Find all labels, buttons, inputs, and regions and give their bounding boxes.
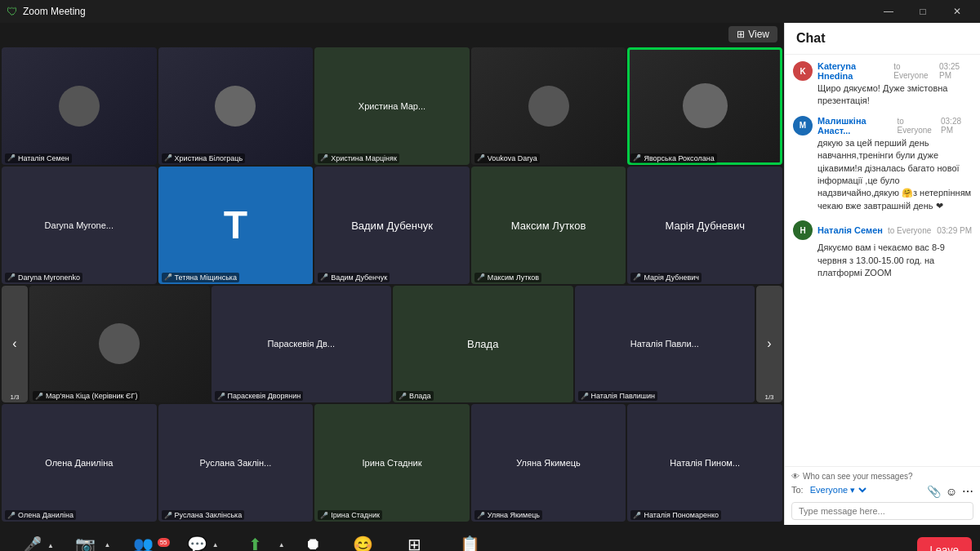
prev-page-button[interactable]: ‹ (2, 286, 28, 403)
video-cell-p17: Руслана Заклін... 🎤 Руслана Заклінська (158, 404, 314, 522)
mic-muted-icon-p6: 🎤 (7, 273, 16, 281)
more-icon[interactable]: ⋯ (962, 485, 973, 498)
mic-muted-icon-p1: 🎤 (7, 154, 16, 162)
grid-row-4: Олена Даниліна 🎤 Олена Даниліна Руслана … (2, 404, 782, 522)
chat-avatar-m1: K (793, 61, 813, 81)
video-grid: 🎤 Наталія Семен 🎤 Христина Білограць (0, 46, 784, 525)
grid-row-2: Daryna Myrone... 🎤 Daryna Myronenko T 🎤 … (2, 167, 782, 284)
participants-icon: 👥 (133, 535, 154, 552)
minimize-button[interactable]: — (872, 0, 905, 23)
chat-sender-m1: Kateryna Hnedina (817, 61, 889, 81)
video-cell-p5: 🎤 Яворська Роксолана (627, 47, 782, 165)
chat-time-m3: 03:29 PM (937, 226, 972, 235)
nav-left-cell: ‹ 1/3 (2, 286, 28, 403)
participant-label-p17: 🎤 Руслана Заклінська (162, 510, 245, 520)
video-cell-p9: Максим Лутков 🎤 Максим Лутков (471, 167, 626, 284)
mic-muted-icon-p7: 🎤 (164, 273, 172, 281)
leave-button[interactable]: Leave (917, 537, 972, 552)
mic-muted-icon-p10: 🎤 (633, 273, 641, 281)
chat-message-input[interactable] (791, 502, 973, 520)
participant-display-p12: Параскевія Дв... (267, 339, 335, 349)
participant-label-p3: 🎤 Христина Марціняк (318, 153, 399, 163)
video-cell-p16: Олена Даниліна 🎤 Олена Даниліна (2, 404, 157, 522)
record-button[interactable]: ⏺ Record (288, 535, 337, 551)
mic-icon: 🎤 (24, 535, 42, 552)
participant-display-p16: Олена Даниліна (45, 458, 113, 468)
video-cell-p10: Марія Дубневич 🎤 Марія Дубневич (627, 167, 782, 284)
toolbar: ▲ 🎤 Unmute ▲ 📷 Start Video 👥 Participant… (0, 525, 980, 551)
video-cell-p18: Ірина Стадник 🎤 Ірина Стадник (314, 404, 470, 522)
file-icon[interactable]: 📎 (927, 485, 941, 498)
chat-icon: 💬 (187, 535, 207, 552)
share-screen-icon: ⬆ (248, 535, 262, 552)
titlebar-controls[interactable]: — □ ✕ (872, 0, 973, 23)
close-button[interactable]: ✕ (941, 0, 973, 23)
page-indicator-right: 1/3 (764, 393, 773, 401)
participant-label-p5: 🎤 Яворська Роксолана (630, 153, 716, 163)
chat-sender-m3: Наталія Семен (817, 225, 883, 235)
titlebar-left: 🛡 Zoom Meeting (7, 5, 86, 18)
unmute-caret-icon[interactable]: ▲ (47, 542, 54, 549)
emoji-icon[interactable]: ☺ (946, 485, 957, 498)
mic-muted-icon-p14: 🎤 (581, 393, 589, 400)
mic-muted-icon-p11: 🎤 (35, 393, 43, 400)
participant-label-p16: 🎤 Олена Даниліна (5, 510, 76, 520)
chat-action-icons: 📎 ☺ ⋯ (927, 485, 973, 498)
whiteboards-button[interactable]: 📋 Whiteboards (439, 535, 501, 552)
chat-msg-header-m1: K Kateryna Hnedina to Everyone 03:25 PM (793, 61, 972, 81)
participant-label-p20: 🎤 Наталія Пономаренко (630, 510, 721, 520)
mic-muted-icon-p20: 🎤 (633, 512, 641, 519)
chat-avatar-m2: M (793, 116, 813, 136)
video-caret-icon[interactable]: ▲ (104, 541, 110, 549)
participants-button[interactable]: 👥 Participants 55 (114, 535, 172, 552)
chat-msg-header-m2: M Малишкіна Анаст... to Everyone 03:28 P… (793, 116, 972, 136)
video-cell-p14: Наталія Павли... 🎤 Наталія Павлишин (575, 286, 755, 403)
participant-label-p10: 🎤 Марія Дубневич (630, 273, 702, 282)
mic-muted-icon-p12: 🎤 (217, 393, 225, 400)
participant-label-p2: 🎤 Христина Білограць (162, 153, 246, 163)
unmute-button[interactable]: ▲ 🎤 Unmute (8, 535, 57, 552)
reactions-button[interactable]: 😊 Reactions (337, 535, 390, 552)
next-page-button[interactable]: › (756, 286, 782, 403)
chat-to-m3: to Everyone (888, 226, 931, 235)
chat-time-m2: 03:28 PM (941, 117, 972, 135)
mic-muted-icon-p9: 🎤 (477, 273, 485, 281)
participants-badge: 55 (158, 538, 170, 547)
reactions-icon: 😊 (353, 535, 373, 552)
apps-button[interactable]: ⊞ Apps (390, 535, 439, 552)
share-screen-button[interactable]: ▲ ⬆ Share Screen (222, 535, 288, 552)
record-icon: ⏺ (305, 535, 321, 551)
video-topbar: ⊞ View (0, 23, 784, 46)
video-cell-p20: Наталія Пином... 🎤 Наталія Пономаренко (627, 404, 782, 522)
participant-label-p12: 🎤 Параскевія Дворянин (215, 391, 304, 401)
mic-muted-icon-p2: 🎤 (164, 154, 172, 162)
participant-label-p13: 🎤 Влада (396, 391, 434, 401)
titlebar: 🛡 Zoom Meeting — □ ✕ (0, 0, 980, 23)
chat-button[interactable]: ▲ 💬 Chat (173, 535, 222, 552)
mic-muted-icon-p8: 🎤 (320, 273, 328, 281)
camera-icon: 📷 (75, 535, 96, 552)
share-caret-icon[interactable]: ▲ (278, 541, 285, 549)
participant-display-p8: Вадим Дубенчук (351, 219, 433, 231)
video-cell-p1: 🎤 Наталія Семен (2, 47, 157, 165)
participant-label-p18: 🎤 Ірина Стадник (318, 510, 382, 520)
start-video-button[interactable]: ▲ 📷 Start Video (57, 535, 114, 552)
chat-panel: Chat K Kateryna Hnedina to Everyone 03:2… (784, 23, 980, 525)
video-cell-p8: Вадим Дубенчук 🎤 Вадим Дубенчук (314, 167, 470, 284)
mic-muted-icon-p16: 🎤 (7, 512, 16, 519)
who-see-label: Who can see your messages? (803, 472, 913, 481)
view-button[interactable]: ⊞ View (728, 26, 777, 42)
chat-sender-m2: Малишкіна Анаст... (817, 116, 893, 136)
participant-label-p11: 🎤 Мар'яна Кіца (Керівник ЄГ) (33, 391, 140, 401)
chat-caret-icon[interactable]: ▲ (212, 541, 219, 549)
chat-text-m2: дякую за цей перший день навчання,тренін… (793, 137, 972, 212)
chat-header: Chat (785, 23, 980, 55)
chat-text-m1: Щиро дякуємо! Дуже змістовна презентація… (793, 82, 972, 108)
participant-label-p19: 🎤 Уляна Якимець (474, 510, 542, 520)
maximize-button[interactable]: □ (906, 0, 939, 23)
mic-muted-icon-p19: 🎤 (477, 512, 485, 519)
video-cell-p3: Христина Мар... 🎤 Христина Марціняк (314, 47, 470, 165)
main-container: ⊞ View 🎤 Наталія Семен (0, 23, 980, 525)
chat-recipient-select[interactable]: Everyone ▾ (807, 484, 869, 495)
chat-message-m3: Н Наталія Семен to Everyone 03:29 PM Дяк… (793, 220, 972, 279)
